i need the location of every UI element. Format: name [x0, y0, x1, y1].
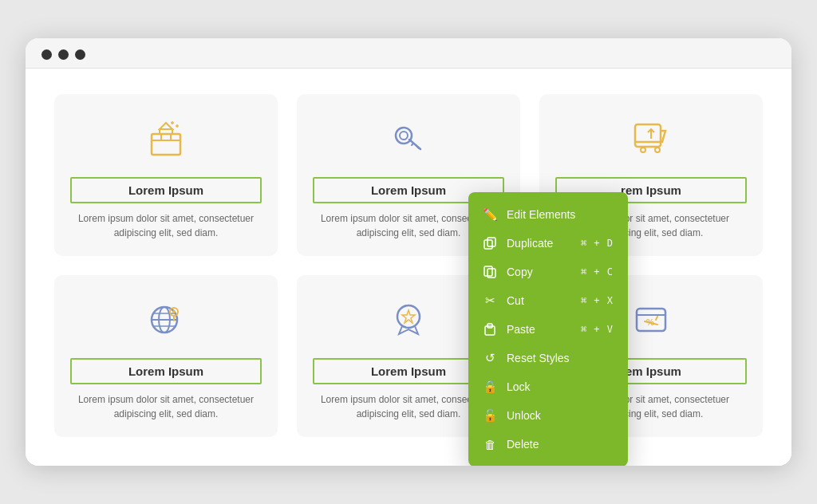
globe-icon [140, 294, 191, 345]
shortcut-duplicate: ⌘ + D [581, 238, 614, 249]
shortcut-paste: ⌘ + V [581, 324, 614, 335]
svg-point-6 [400, 132, 408, 140]
dot-3 [75, 49, 85, 60]
card-1-text: Lorem ipsum dolor sit amet, consectetuer… [70, 211, 262, 240]
cards-grid: Lorem Ipsum Lorem ipsum dolor sit amet, … [54, 94, 763, 437]
cart-icon [626, 113, 677, 164]
menu-item-duplicate[interactable]: Duplicate ⌘ + D [468, 229, 628, 258]
svg-rect-18 [484, 240, 492, 249]
svg-point-13 [172, 310, 176, 313]
menu-label-unlock: Unlock [507, 409, 541, 422]
menu-item-reset-styles[interactable]: ↺ Reset Styles [468, 344, 628, 372]
card-4-title: Lorem Ipsum [70, 358, 262, 384]
paste-icon [483, 322, 497, 337]
unlock-icon: 🔓 [483, 408, 497, 423]
menu-item-edit-elements-left: ✏️ Edit Elements [483, 207, 575, 222]
card-1: Lorem Ipsum Lorem ipsum dolor sit amet, … [54, 94, 278, 256]
menu-item-cut[interactable]: ✂ Cut ⌘ + X [468, 286, 628, 315]
menu-item-unlock-left: 🔓 Unlock [483, 408, 541, 423]
menu-label-lock: Lock [507, 380, 531, 393]
menu-item-copy-left: Copy [483, 265, 533, 279]
menu-item-paste[interactable]: Paste ⌘ + V [468, 315, 628, 344]
card-4: Lorem Ipsum Lorem ipsum dolor sit amet, … [54, 275, 278, 437]
duplicate-icon [483, 236, 497, 250]
context-menu: ✏️ Edit Elements Duplicate ⌘ + D [468, 192, 628, 466]
key-icon [383, 113, 434, 164]
browser-content: Lorem Ipsum Lorem ipsum dolor sit amet, … [26, 69, 791, 466]
menu-label-copy: Copy [507, 266, 533, 278]
menu-item-delete[interactable]: 🗑 Delete [468, 430, 628, 459]
dot-2 [58, 49, 69, 60]
discount-icon: % [626, 294, 677, 345]
menu-label-cut: Cut [507, 294, 524, 307]
menu-item-duplicate-left: Duplicate [483, 236, 553, 250]
svg-rect-20 [484, 266, 492, 276]
reset-icon: ↺ [483, 351, 497, 365]
menu-item-edit-elements[interactable]: ✏️ Edit Elements [468, 200, 628, 229]
card-4-text: Lorem ipsum dolor sit amet, consectetuer… [70, 392, 262, 421]
scissors-icon: ✂ [483, 293, 497, 308]
svg-rect-19 [487, 238, 495, 246]
svg-point-5 [396, 128, 412, 144]
menu-item-reset-styles-left: ↺ Reset Styles [483, 351, 570, 365]
menu-item-paste-left: Paste [483, 322, 535, 337]
browser-window: Lorem Ipsum Lorem ipsum dolor sit amet, … [26, 38, 791, 466]
svg-rect-0 [152, 134, 180, 155]
menu-label-edit-elements: Edit Elements [507, 208, 575, 221]
svg-point-8 [641, 148, 645, 152]
award-icon [383, 294, 434, 345]
menu-label-delete: Delete [507, 438, 539, 451]
svg-rect-7 [635, 124, 661, 147]
menu-item-unlock[interactable]: 🔓 Unlock [468, 401, 628, 430]
menu-item-lock[interactable]: 🔒 Lock [468, 372, 628, 401]
box-icon [140, 113, 191, 164]
copy-icon [483, 265, 497, 279]
card-1-title: Lorem Ipsum [70, 177, 262, 203]
menu-item-copy[interactable]: Copy ⌘ + C [468, 258, 628, 286]
trash-icon: 🗑 [483, 437, 497, 451]
svg-marker-15 [402, 310, 415, 323]
menu-item-cut-left: ✂ Cut [483, 293, 524, 308]
menu-label-paste: Paste [507, 323, 535, 336]
lock-icon: 🔒 [483, 380, 497, 394]
menu-label-reset-styles: Reset Styles [507, 352, 570, 364]
dot-1 [41, 49, 52, 60]
pencil-icon: ✏️ [483, 207, 497, 222]
svg-text:%: % [646, 317, 654, 327]
menu-item-lock-left: 🔒 Lock [483, 380, 531, 394]
browser-bar [26, 38, 791, 69]
menu-label-duplicate: Duplicate [507, 237, 553, 250]
shortcut-copy: ⌘ + C [581, 266, 614, 278]
svg-point-9 [655, 148, 660, 152]
shortcut-cut: ⌘ + X [581, 295, 614, 306]
menu-item-delete-left: 🗑 Delete [483, 437, 539, 451]
